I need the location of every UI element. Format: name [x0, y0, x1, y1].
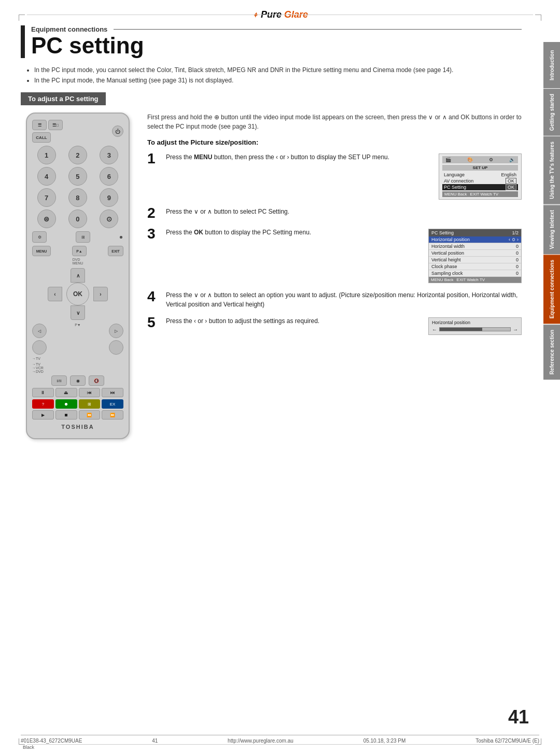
remote-btn-blue[interactable]: EX — [102, 399, 123, 409]
remote-btn-right[interactable]: › — [93, 287, 108, 301]
remote-btn-eject[interactable]: ⏏ — [55, 388, 77, 397]
hbar-label: Horizontal position — [432, 320, 518, 325]
remote-btn-stop[interactable]: ⏹ — [55, 410, 77, 420]
remote-btn-audio[interactable]: ◉ — [70, 375, 86, 386]
corner-decoration-tl — [19, 15, 25, 21]
remote-btn-mute[interactable]: 🔇 — [89, 375, 104, 386]
remote-wrapper: ☰ ☰□ CALL ⏻ 1 2 3 4 5 6 7 8 — [21, 113, 135, 439]
pc-setting-row-vheight: Vertical height0 — [429, 257, 521, 263]
step-4-text: Press the ∨ or ∧ button to select an opt… — [166, 289, 522, 309]
remote-menu-row: MENU P▲ EXIT — [32, 246, 123, 256]
remote-btn-icon2[interactable]: ⊞ — [76, 231, 90, 243]
pc-setting-screen: PC Setting1/2 Horizontal position‹0› Hor… — [428, 229, 522, 283]
step-5-number: 5 — [147, 315, 166, 330]
remote-btn-6[interactable]: 6 — [100, 167, 118, 186]
sidebar-tab-using-tvs-features[interactable]: Using the TV's features — [543, 136, 560, 204]
dpad-bot-row: ∨ — [54, 305, 102, 320]
main-content: Equipment connections PC setting In the … — [0, 25, 542, 439]
remote-btn-5[interactable]: 5 — [68, 167, 87, 186]
remote-btn-ii[interactable]: I/II — [51, 375, 67, 386]
step-2-text: Press the ∨ or ∧ button to select PC Set… — [166, 206, 522, 216]
remote-btn-9[interactable]: 9 — [100, 188, 118, 207]
remote-btn-vol-minus[interactable]: ◁ — [32, 324, 47, 338]
page-title: PC setting — [31, 33, 522, 58]
remote-btn-green[interactable]: ⏺ — [55, 399, 77, 409]
section-left-bar — [21, 25, 25, 58]
setup-screen: 🎬🎨⚙🔊 SET UP LanguageEnglish AV connectio… — [439, 153, 522, 200]
step-2-number: 2 — [147, 206, 166, 220]
step-3-number: 3 — [147, 227, 166, 241]
step-3: 3 Press the OK button to display the PC … — [147, 227, 522, 283]
remote-btn-down[interactable]: ∨ — [71, 305, 85, 320]
remote-btn-extra2[interactable] — [109, 340, 123, 355]
pc-setting-row-vpos: Vertical position0 — [429, 250, 521, 257]
remote-btn-left[interactable]: ‹ — [48, 287, 62, 301]
remote-btn-play[interactable]: ▶ — [32, 410, 54, 420]
remote-btn-rew[interactable]: ⏪ — [79, 410, 101, 420]
remote-btn-menu[interactable]: MENU — [32, 246, 51, 256]
sidebar-tab-getting-started[interactable]: Getting started — [543, 88, 560, 136]
pc-setting-row-hwidth: Horizontal width0 — [429, 243, 521, 250]
logo: ✦ Pure Glare — [0, 0, 560, 25]
remote-color-btns: ? ⏺ ⊞ EX — [32, 399, 123, 409]
remote-btn-fwd[interactable]: ⏩ — [102, 410, 123, 420]
sidebar-tab-reference-section[interactable]: Reference section — [543, 324, 560, 380]
pc-setting-row-sampling: Sampling clock0 — [429, 270, 521, 277]
remote-dvd-menu-label: DVDMENU — [32, 258, 123, 265]
remote-btn-2[interactable]: 2 — [68, 146, 87, 164]
pc-setting-screen-footer: MENU BackEXIT Watch TV — [429, 277, 521, 283]
remote-btn-next[interactable]: ⏭ — [102, 388, 123, 397]
step-1: 1 Press the MENU button, then press the … — [147, 151, 522, 200]
remote-transport-1: ⏸ ⏏ ⏮ ⏭ — [32, 388, 123, 397]
corner-decoration-tr — [535, 15, 541, 21]
remote-numpad: 1 2 3 4 5 6 7 8 9 ⊜ 0 ⊙ — [32, 146, 123, 228]
dpad-top-row: ∧ — [54, 268, 102, 283]
remote-btn-call[interactable]: CALL — [32, 132, 51, 143]
remote-btn-prev[interactable]: ⏮ — [79, 388, 101, 397]
remote-control: ☰ ☰□ CALL ⏻ 1 2 3 4 5 6 7 8 — [26, 113, 130, 439]
picture-size-heading: To adjust the Picture size/position: — [147, 138, 522, 146]
remote-btn-pa[interactable]: P▲ — [72, 246, 87, 256]
remote-btn-power[interactable]: ⏻ — [112, 125, 123, 137]
setup-screen-header: 🎬🎨⚙🔊 — [442, 156, 518, 163]
remote-btn-icon1[interactable]: ⚙ — [32, 231, 47, 243]
remote-btn-4[interactable]: 4 — [37, 167, 56, 186]
remote-btn-exit[interactable]: EXIT — [108, 246, 123, 256]
section-title-row: Equipment connections PC setting — [21, 25, 522, 58]
pc-setting-screen-header: PC Setting1/2 — [429, 229, 521, 236]
remote-btn-ok[interactable]: OK — [66, 283, 89, 305]
remote-btn-0[interactable]: 0 — [68, 210, 87, 228]
remote-top-row: ☰ ☰□ CALL ⏻ — [32, 120, 123, 143]
footer-right: Toshiba 62/72CM9UA/E (E) — [475, 738, 539, 744]
remote-btn-yellow[interactable]: ⊞ — [79, 399, 101, 409]
step-4-number: 4 — [147, 289, 166, 304]
footer-left: #01E38-43_6272CM9UAE — [21, 738, 82, 744]
step-5: 5 Press the ‹ or › button to adjust the … — [147, 315, 522, 335]
remote-btn-red[interactable]: ? — [32, 399, 54, 409]
sidebar: Introduction Getting started Using the T… — [543, 41, 560, 380]
setup-screen-footer: MENU BackEXIT Watch TV — [442, 191, 518, 197]
remote-btn-source[interactable]: ⊙ — [100, 210, 118, 228]
sidebar-tab-equipment-connections[interactable]: Equipment connections — [543, 254, 560, 324]
pc-setting-row-clockphase: Clock phase0 — [429, 263, 521, 270]
step-1-number: 1 — [147, 151, 166, 166]
remote-source-btns: I/II ◉ 🔇 — [32, 375, 123, 386]
remote-btn-pip[interactable]: ☰□ — [48, 120, 63, 130]
remote-btn-pause[interactable]: ⏸ — [32, 388, 54, 397]
section-title-block: Equipment connections PC setting — [31, 25, 522, 58]
remote-btn-list[interactable]: ☰ — [32, 120, 47, 130]
step-5-text: Press the ‹ or › button to adjust the se… — [166, 315, 423, 326]
remote-btn-1[interactable]: 1 — [37, 146, 56, 164]
remote-btn-return[interactable]: ⊜ — [37, 210, 56, 228]
page-number: 41 — [508, 706, 529, 728]
remote-btn-extra1[interactable] — [32, 340, 47, 355]
sidebar-tab-introduction[interactable]: Introduction — [543, 41, 560, 88]
remote-btn-3[interactable]: 3 — [100, 146, 118, 164]
bot-hline — [27, 744, 533, 745]
remote-btn-8[interactable]: 8 — [68, 188, 87, 207]
sidebar-tab-viewing-teletext[interactable]: Viewing teletext — [543, 204, 560, 254]
remote-btn-up[interactable]: ∧ — [71, 268, 85, 283]
remote-btn-vol-plus[interactable]: ▷ — [109, 324, 123, 338]
remote-btn-7[interactable]: 7 — [37, 188, 56, 207]
remote-source-list: →TV →VCR →DVD — [32, 362, 123, 373]
